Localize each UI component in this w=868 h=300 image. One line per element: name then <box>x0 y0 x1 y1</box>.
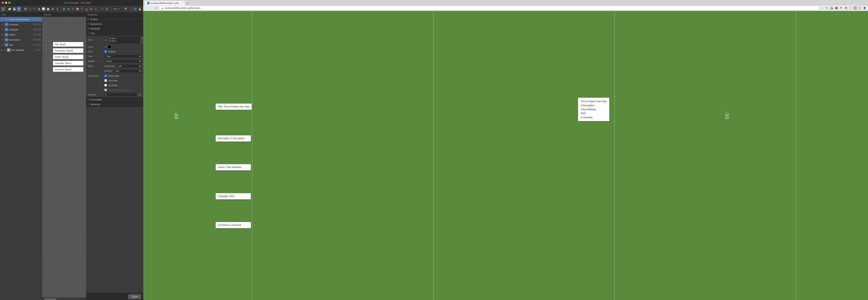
yard-number-left: -30 <box>173 111 179 119</box>
cursor-icon[interactable]: ⬡ <box>28 7 32 11</box>
close-button[interactable]: Close <box>128 294 141 299</box>
canvas-area[interactable]: Title: $(upt) Description: $(upd) Author… <box>42 17 86 298</box>
field-title-box: Title: This is Project User Data <box>216 103 251 110</box>
profile-icon[interactable]: 👤 <box>863 6 866 10</box>
eye-icon-project-data[interactable]: 👁 <box>1 18 4 21</box>
size-select[interactable]: 16px 12px 14px 18px 24px <box>104 54 142 58</box>
canvas-comment-box[interactable]: Comment: $(upo) <box>53 67 83 72</box>
save-icon[interactable]: 💾 <box>12 7 16 11</box>
position-section-header[interactable]: ▶ Position <box>86 17 143 22</box>
tree-item-font-samples[interactable]: ▶ 👁 📁 font_samples ×40,24 <box>0 47 42 53</box>
plugin4-icon[interactable]: ⬡ <box>94 7 98 11</box>
tree-item-project-data-stacked[interactable]: 👁 T Project Data Stacked ×499,192 <box>0 17 42 22</box>
world-icon[interactable]: 🌐 <box>133 7 137 11</box>
extension3-icon[interactable]: 🔴 <box>834 6 838 10</box>
extension6-icon[interactable]: 📋 <box>848 6 852 10</box>
tree-item-copyright[interactable]: 👁 T Copyright ×202,330 <box>0 27 42 32</box>
target-icon[interactable]: 🎯 <box>75 7 80 11</box>
new-tab-button[interactable]: + <box>185 1 190 5</box>
horizontal-select[interactable]: Left Center Right <box>116 64 142 68</box>
extension1-icon[interactable]: 🔧 <box>825 6 829 10</box>
scroll-bar-checkbox[interactable] <box>104 84 107 87</box>
folder-icon[interactable]: 📁 <box>8 7 11 11</box>
clock-icon[interactable]: ⏱ <box>71 7 75 11</box>
text-icon[interactable]: T <box>17 7 21 11</box>
expand-arrow-font-samples[interactable]: ▶ <box>1 49 3 51</box>
color-share-icon[interactable]: ⇌ <box>104 45 107 48</box>
back-button[interactable]: ‹ <box>145 6 149 10</box>
barcode-icon[interactable]: ▦ <box>37 7 41 11</box>
monitor-icon[interactable]: 🖥 <box>62 7 66 11</box>
extension7-icon[interactable]: 🔲 <box>853 6 857 10</box>
canvas-title-box[interactable]: Title: $(upt) <box>53 42 83 47</box>
undo-icon[interactable]: ↩ <box>100 7 104 11</box>
nav-bar: ‹ › ↺ 🔒 localhost:8080/Larfj2kn~jyd6a7/i… <box>143 5 868 11</box>
tab-close-icon[interactable]: ✕ <box>181 2 183 4</box>
padding-grid-icon[interactable]: ⊞ <box>138 93 142 97</box>
canvas-author-box[interactable]: Author: $(upa) <box>53 55 83 59</box>
zoom-control[interactable]: 100% ▾ <box>112 7 122 11</box>
plugin2-icon[interactable]: ◆ <box>51 7 55 11</box>
text-edit-btn[interactable]: ✎ <box>141 40 143 44</box>
auto-size-checkbox[interactable] <box>104 79 107 82</box>
text-up-btn[interactable]: ▲ <box>141 36 143 40</box>
chart-icon[interactable]: 📊 <box>41 7 45 11</box>
redo-icon[interactable]: ⚙ <box>105 7 109 11</box>
extension4-icon[interactable]: ❤ <box>839 6 843 10</box>
tree-item-description[interactable]: 👁 T Description ×202,238 <box>0 37 42 42</box>
tree-item-comment[interactable]: 👁 T Comment ×202,376 <box>0 22 42 27</box>
forward-button[interactable]: › <box>150 6 153 10</box>
plugin1-icon[interactable]: ⬤ <box>46 7 50 11</box>
accessibility-section-header[interactable]: ▶ Accessibility <box>86 97 143 102</box>
tree-item-title[interactable]: 👁 T Title ×202,192 <box>0 42 42 47</box>
advanced-arrow-icon: ▼ <box>88 103 90 105</box>
text-share-icon[interactable]: ⇌ <box>104 39 107 41</box>
marker-icon[interactable]: ✎ <box>32 7 36 11</box>
image-icon[interactable]: 🖼 <box>23 7 27 11</box>
properties-content[interactable]: ▶ Position ▶ Appearance ▶ Rectangle ▼ Te… <box>86 17 143 293</box>
pointer-tool[interactable]: ▲ <box>1 7 5 11</box>
vertical-select[interactable]: Top Middle Bottom <box>114 69 142 73</box>
folder-icon-font-samples: 📁 <box>7 48 10 52</box>
address-bar[interactable]: 🔒 localhost:8080/Larfj2kn~jyd6a7/index..… <box>159 6 819 10</box>
eye-icon-title[interactable]: 👁 <box>1 43 4 46</box>
canvas-scrollbar[interactable] <box>42 298 86 300</box>
font-default-checkbox[interactable] <box>104 50 107 53</box>
extension2-icon[interactable]: 🌍 <box>830 6 834 10</box>
text-textarea[interactable]: $(upc) $(upo) <box>108 36 140 44</box>
grid-icon[interactable]: ⊞ <box>66 7 70 11</box>
maximize-traffic-light[interactable] <box>8 2 10 4</box>
canvas-copyright-box[interactable]: Copyright: $(upc) <box>53 61 83 66</box>
tree-item-author[interactable]: 👁 T Author ×202,285 <box>0 32 42 37</box>
bookmark-icon[interactable]: ☆ <box>820 6 824 10</box>
split-icon[interactable]: ⊟ <box>89 7 93 11</box>
eye-icon-comment[interactable]: 👁 <box>1 23 4 26</box>
trailing-ellipses-checkbox[interactable] <box>104 89 107 91</box>
eye-icon-description[interactable]: 👁 <box>1 38 4 41</box>
minimize-traffic-light[interactable] <box>5 2 7 4</box>
padding-input[interactable] <box>104 93 137 97</box>
browser-tab-active[interactable]: 🌐 localhost:8080/Larfj2kn~jyd6... ✕ <box>145 1 185 5</box>
extension8-icon[interactable]: 💬 <box>858 6 862 10</box>
advanced-section-header[interactable]: ▼ Advanced <box>86 102 143 107</box>
appearance-section-header[interactable]: ▶ Appearance <box>86 22 143 26</box>
reload-button[interactable]: ↺ <box>154 6 158 10</box>
extension5-icon[interactable]: 📌 <box>844 6 847 10</box>
eye-icon-font-samples[interactable]: 👁 <box>3 48 6 52</box>
pin-icon[interactable]: 📍 <box>80 7 84 11</box>
rectangle-section-header[interactable]: ▶ Rectangle <box>86 26 143 31</box>
search-icon[interactable]: 🔍 <box>124 7 128 11</box>
weight-select[interactable]: Inherit Bold Normal <box>104 59 142 63</box>
eye-icon-author[interactable]: 👁 <box>1 33 4 36</box>
text-section-header[interactable]: ▼ Text <box>86 31 143 36</box>
plugin3-icon[interactable]: ▲ <box>55 7 59 11</box>
close-traffic-light[interactable] <box>2 2 4 4</box>
fire-icon[interactable]: 🔥 <box>138 7 142 11</box>
eye-icon-copyright[interactable]: 👁 <box>1 28 4 31</box>
canvas-description-box[interactable]: Description: $(upd) <box>53 48 83 53</box>
layers-icon[interactable]: ⬚ <box>129 7 133 11</box>
color-swatch[interactable] <box>108 45 111 48</box>
screen-icon[interactable]: 📺 <box>85 7 89 11</box>
scrollbar-thumb[interactable] <box>44 298 56 300</box>
word-wrap-checkbox[interactable] <box>104 74 107 77</box>
